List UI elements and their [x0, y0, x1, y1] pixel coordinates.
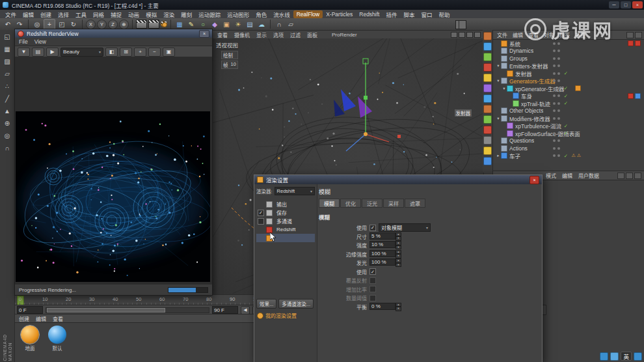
material-preview-sphere[interactable]: [21, 326, 39, 344]
vp-menu-options[interactable]: 选项: [273, 31, 284, 38]
visibility-dots[interactable]: [553, 87, 560, 90]
pane-toggle-icon[interactable]: [474, 32, 481, 38]
expand-arrow[interactable]: ▾: [502, 86, 507, 91]
object-row-questions[interactable]: Questions: [493, 137, 644, 145]
expand-arrow[interactable]: ▾: [496, 63, 501, 68]
balance-input[interactable]: [369, 303, 396, 310]
tag-icons[interactable]: [628, 93, 641, 99]
workplane-toggle-icon[interactable]: ▱: [286, 20, 296, 29]
menu-redshift[interactable]: Redshift: [356, 10, 382, 18]
snap-toggle-icon[interactable]: ∩: [274, 20, 284, 29]
object-row-xpfollowsurface[interactable]: xpFollowSurface-跟随表面 ✓: [493, 130, 644, 137]
palette-icon[interactable]: [483, 157, 492, 165]
add-camera-icon[interactable]: ▤: [245, 20, 255, 29]
size-input[interactable]: [369, 232, 396, 240]
palette-icon[interactable]: [483, 146, 492, 155]
visibility-dots[interactable]: [553, 49, 560, 52]
ime-language-toggle[interactable]: 英: [621, 352, 632, 361]
menu-plugins[interactable]: 插件: [382, 10, 400, 19]
blur-type-select[interactable]: 对象模糊 ▾: [379, 223, 431, 232]
spinner-arrows[interactable]: ▴▾: [396, 250, 401, 258]
menu-file[interactable]: 文件: [2, 10, 20, 19]
add-sky-icon[interactable]: ☁: [256, 20, 267, 29]
rv-fit-icon[interactable]: ▣: [163, 48, 175, 57]
history-up-icon[interactable]: [626, 173, 633, 179]
rs-item-save[interactable]: ✓ 保存: [256, 208, 315, 217]
object-row-carbody[interactable]: 车身 ✓: [493, 92, 644, 100]
object-row-dynamics[interactable]: Dynamics: [493, 48, 644, 55]
lock-icon[interactable]: [634, 173, 641, 179]
rs-item-redshift[interactable]: Redshift: [256, 225, 315, 234]
palette-icon[interactable]: [483, 105, 492, 113]
rs-item-multipass[interactable]: 多通道: [256, 217, 315, 225]
menu-character[interactable]: 角色: [252, 10, 270, 19]
strength-input[interactable]: [369, 241, 396, 248]
effects-button[interactable]: 效果...: [256, 299, 276, 309]
render-picture-viewer-icon[interactable]: [148, 20, 159, 29]
visibility-dots[interactable]: [553, 124, 560, 127]
menu-realflow[interactable]: RealFlow: [293, 10, 323, 18]
object-row-xpturbulence[interactable]: xpTurbulence-湍流 ✓: [493, 122, 644, 130]
rs-tab-mask[interactable]: 遮罩: [405, 199, 425, 208]
y-axis-lock-icon[interactable]: Y: [97, 20, 107, 29]
om-menu-file[interactable]: 文件: [497, 31, 507, 38]
object-row-xptrail[interactable]: xpTrail-轨迹 ✓: [493, 100, 644, 107]
visibility-dots[interactable]: [553, 147, 560, 150]
vp-menu-view[interactable]: 查看: [217, 31, 228, 38]
ratio-checkbox[interactable]: [369, 286, 376, 292]
rendered-image[interactable]: [16, 111, 210, 282]
pane-toggle-icon[interactable]: [459, 32, 465, 38]
save-checkbox[interactable]: ✓: [258, 210, 264, 216]
palette-icon[interactable]: [483, 126, 492, 134]
enable-check-icon[interactable]: ✓: [564, 85, 568, 91]
enable-check-icon[interactable]: ✓: [564, 123, 568, 129]
spinner-arrows[interactable]: ▴▾: [396, 232, 401, 241]
render-view-icon[interactable]: [136, 20, 147, 29]
palette-icon[interactable]: [483, 42, 492, 51]
menu-select[interactable]: 选择: [55, 10, 72, 19]
enable-check-icon[interactable]: ✓: [564, 70, 568, 76]
rs-tab-blur[interactable]: 模糊: [319, 199, 340, 208]
menu-mograph[interactable]: 运动图形: [224, 10, 252, 19]
menu-xparticles[interactable]: X-Particles: [323, 10, 356, 18]
vp-menu-display[interactable]: 显示: [256, 31, 267, 38]
edges-mode-icon[interactable]: ╱: [2, 94, 12, 104]
ime-settings-icon[interactable]: [634, 352, 642, 361]
edge-strength-input[interactable]: [369, 250, 396, 257]
om-filter-icon[interactable]: [626, 32, 634, 38]
history-back-icon[interactable]: [617, 173, 624, 179]
rv-grid-icon[interactable]: ⊞: [120, 48, 132, 57]
add-mograph-icon[interactable]: ▣: [221, 20, 232, 29]
material-item[interactable]: 默认: [46, 326, 68, 352]
rs-item-effect[interactable]: [256, 234, 315, 242]
rv-menu-view[interactable]: View: [34, 38, 46, 45]
layout-switch-icon[interactable]: [455, 20, 466, 29]
visibility-dots[interactable]: [553, 154, 560, 157]
rv-menu-file[interactable]: File: [19, 38, 28, 45]
rotate-tool-icon[interactable]: ↻: [68, 20, 79, 29]
object-row-emitter[interactable]: 发射器 ✓: [493, 70, 644, 77]
vp-menu-panel[interactable]: 面板: [307, 31, 317, 38]
material-item[interactable]: 地面: [19, 326, 41, 352]
menu-edit[interactable]: 编辑: [20, 10, 37, 19]
palette-icon[interactable]: [483, 84, 492, 92]
palette-icon[interactable]: [483, 115, 492, 124]
menu-help[interactable]: 帮助: [436, 10, 453, 19]
menu-animate[interactable]: 动画: [125, 10, 142, 19]
menu-sculpt[interactable]: 雕刻: [178, 10, 195, 19]
rs-tab-bloom[interactable]: 泛光: [362, 199, 382, 208]
visibility-dots[interactable]: [553, 102, 560, 105]
menu-script[interactable]: 脚本: [400, 10, 418, 19]
convert-editable-icon[interactable]: ◱: [2, 32, 12, 42]
spinner-arrows[interactable]: ▴▾: [396, 303, 401, 311]
tab-userdata[interactable]: 用户数据: [578, 172, 599, 179]
palette-icon[interactable]: [483, 63, 492, 72]
om-menu-edit[interactable]: 编辑: [513, 31, 523, 38]
timeline-scrollbar[interactable]: [46, 307, 209, 313]
object-row-xpgenerator[interactable]: ▾ xpGenerator-生成器 ✓: [493, 85, 644, 92]
ime-keyboard-icon[interactable]: [600, 352, 608, 361]
mat-menu-create[interactable]: 创建: [19, 315, 29, 322]
override-checkbox[interactable]: [369, 277, 376, 284]
menu-motion-tracker[interactable]: 运动跟踪: [195, 10, 224, 19]
use2-checkbox[interactable]: ✓: [369, 268, 376, 275]
